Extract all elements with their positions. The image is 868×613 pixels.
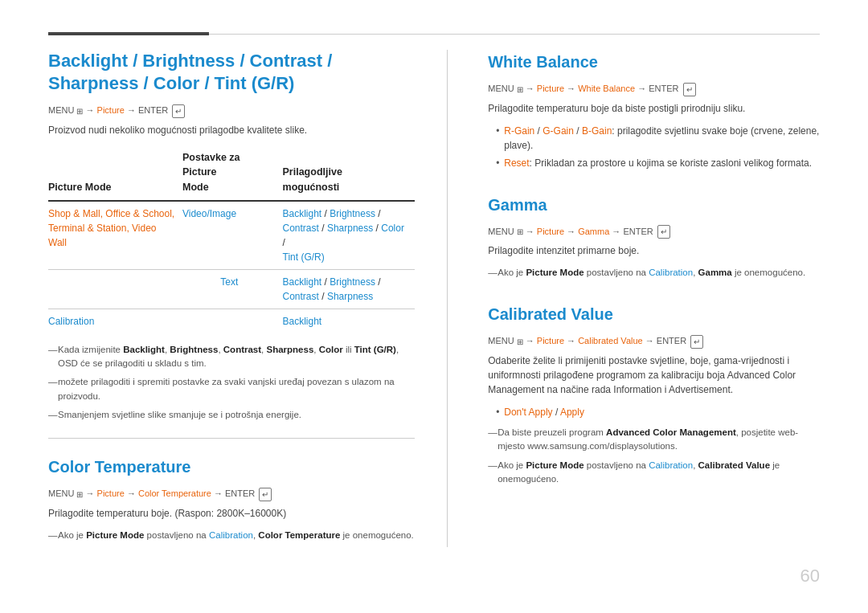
cv-arrow2: → [564, 336, 578, 345]
cv-arrow1: → [523, 336, 537, 345]
white-balance-title: White Balance [488, 50, 820, 74]
cv-arrow3: → ENTER [643, 336, 689, 345]
wb-picture-link: Picture [537, 84, 564, 93]
top-divider [48, 32, 820, 35]
gamma-section: Gamma MENU ⊞ → Picture → Gamma → ENTER ↵… [488, 193, 820, 280]
section-divider [48, 438, 415, 439]
cv-note-2: Ako je Picture Mode postavljeno na Calib… [488, 459, 820, 487]
note-1: Kada izmijenite Backlight, Brightness, C… [48, 343, 415, 371]
color-temp-title: Color Temperature [48, 455, 415, 479]
wb-arrow1: → [523, 84, 537, 93]
table-cell-postavke2: Text [182, 269, 283, 309]
bullet-item: R-Gain / G-Gain / B-Gain: prilagodite sv… [496, 124, 820, 153]
white-balance-menu-path: MENU ⊞ → Picture → White Balance → ENTER… [488, 82, 820, 96]
gamma-title: Gamma [488, 193, 820, 217]
ct-picture-link: Picture [97, 488, 125, 498]
menu-text: MENU [48, 105, 76, 115]
col-header-prilagodljive: Prilagodljivemogućnosti [283, 145, 416, 201]
calibrated-value-title: Calibrated Value [488, 302, 820, 326]
color-temp-menu-path: MENU ⊞ → Picture → Color Temperature → E… [48, 487, 415, 501]
wb-menu-text: MENU [488, 84, 516, 93]
arrow2: → ENTER [125, 105, 170, 115]
picture-mode-table: Picture Mode Postavke za PictureMode Pri… [48, 145, 415, 333]
g-arrow2: → [564, 227, 578, 236]
divider-thin [209, 34, 820, 35]
right-column: White Balance MENU ⊞ → Picture → White B… [480, 50, 820, 547]
picture-link: Picture [97, 105, 125, 115]
cv-note-1: Da biste preuzeli program Advanced Color… [488, 426, 820, 454]
note-3: Smanjenjem svjetline slike smanjuje se i… [48, 408, 415, 422]
wb-arrow3: → ENTER [635, 84, 681, 93]
color-temp-section: Color Temperature MENU ⊞ → Picture → Col… [48, 455, 415, 542]
note-2: možete prilagoditi i spremiti postavke z… [48, 375, 415, 403]
wb-enter-icon: ↵ [683, 83, 696, 96]
table-row: Calibration Backlight [48, 309, 415, 333]
main-menu-path: MENU ⊞ → Picture → ENTER ↵ [48, 104, 415, 118]
table-cell-options1: Backlight / Brightness / Contrast / Shar… [283, 201, 416, 270]
left-column: Backlight / Brightness / Contrast / Shar… [48, 50, 448, 547]
page-layout: Backlight / Brightness / Contrast / Shar… [48, 32, 820, 547]
white-balance-description: Prilagodite temperaturu boje da biste po… [488, 101, 820, 116]
ct-arrow3: → ENTER [211, 488, 257, 498]
g-gain-link: G-Gain [542, 125, 574, 137]
color-temp-description: Prilagodite temperaturu boje. (Raspon: 2… [48, 506, 415, 521]
table-cell-mode1: Shop & Mall, Office & School,Terminal & … [48, 201, 182, 270]
table-cell-options2: Backlight / Brightness / Contrast / Shar… [283, 269, 416, 309]
cv-menu-text: MENU [488, 336, 516, 345]
dont-apply-link: Don't Apply [504, 407, 552, 418]
gamma-note: Ako je Picture Mode postavljeno na Calib… [488, 266, 820, 280]
divider-thick [48, 32, 209, 35]
g-menu-text: MENU [488, 227, 516, 236]
calibrated-value-description: Odaberite želite li primijeniti postavke… [488, 353, 820, 397]
white-balance-bullets: R-Gain / G-Gain / B-Gain: prilagodite sv… [488, 124, 820, 170]
gamma-menu-path: MENU ⊞ → Picture → Gamma → ENTER ↵ [488, 225, 820, 239]
color-temp-note: Ako je Picture Mode postavljeno na Calib… [48, 529, 415, 542]
ct-menu-text: MENU [48, 488, 76, 498]
cv-menu-icon: ⊞ [517, 336, 523, 348]
menu-arrow: → [83, 105, 96, 115]
cv-picture-link: Picture [537, 336, 564, 345]
bullet-item: Don't Apply / Apply [496, 405, 820, 419]
g-enter-icon: ↵ [657, 225, 670, 239]
ct-enter-icon: ↵ [259, 488, 272, 501]
gamma-description: Prilagodite intenzitet primarne boje. [488, 243, 820, 258]
ct-color-temp-link: Color Temperature [138, 488, 211, 498]
b-gain-link: B-Gain [582, 125, 612, 137]
wb-menu-icon: ⊞ [517, 84, 523, 96]
ct-arrow1: → [83, 488, 96, 498]
calibrated-value-bullets: Don't Apply / Apply [488, 405, 820, 419]
g-arrow3: → ENTER [609, 227, 655, 236]
g-arrow1: → [523, 227, 537, 236]
wb-wb-link: White Balance [578, 84, 635, 93]
table-row: Shop & Mall, Office & School,Terminal & … [48, 201, 415, 270]
page-number: 60 [800, 562, 820, 589]
col-header-picture-mode: Picture Mode [48, 145, 182, 201]
bullet-item: Reset: Prikladan za prostore u kojima se… [496, 156, 820, 170]
table-cell-postavke3 [182, 309, 283, 333]
ct-arrow2: → [125, 488, 138, 498]
table-cell-mode2 [48, 269, 182, 309]
r-gain-link: R-Gain [504, 125, 534, 137]
main-content: Backlight / Brightness / Contrast / Shar… [48, 50, 820, 547]
table-cell-mode3: Calibration [48, 309, 182, 333]
g-gamma-link: Gamma [578, 227, 609, 236]
col-header-postavke: Postavke za PictureMode [182, 145, 283, 201]
wb-arrow2: → [564, 84, 578, 93]
calibrated-value-section: Calibrated Value MENU ⊞ → Picture → Cali… [488, 302, 820, 486]
table-header-row: Picture Mode Postavke za PictureMode Pri… [48, 145, 415, 201]
enter-icon: ↵ [172, 104, 185, 118]
table-row: Text Backlight / Brightness / Contrast /… [48, 269, 415, 309]
calibrated-value-menu-path: MENU ⊞ → Picture → Calibrated Value → EN… [488, 334, 820, 349]
cv-cv-link: Calibrated Value [578, 336, 643, 345]
cv-enter-icon: ↵ [690, 335, 703, 349]
apply-link: Apply [560, 407, 584, 418]
table-cell-postavke1: Video/Image [182, 201, 283, 270]
g-menu-icon: ⊞ [517, 226, 523, 238]
g-picture-link: Picture [537, 227, 564, 236]
reset-link: Reset [504, 157, 529, 169]
main-section-title: Backlight / Brightness / Contrast / Shar… [48, 50, 415, 94]
table-cell-options3: Backlight [283, 309, 416, 333]
main-description: Proizvod nudi nekoliko mogućnosti prilag… [48, 123, 415, 137]
white-balance-section: White Balance MENU ⊞ → Picture → White B… [488, 50, 820, 170]
